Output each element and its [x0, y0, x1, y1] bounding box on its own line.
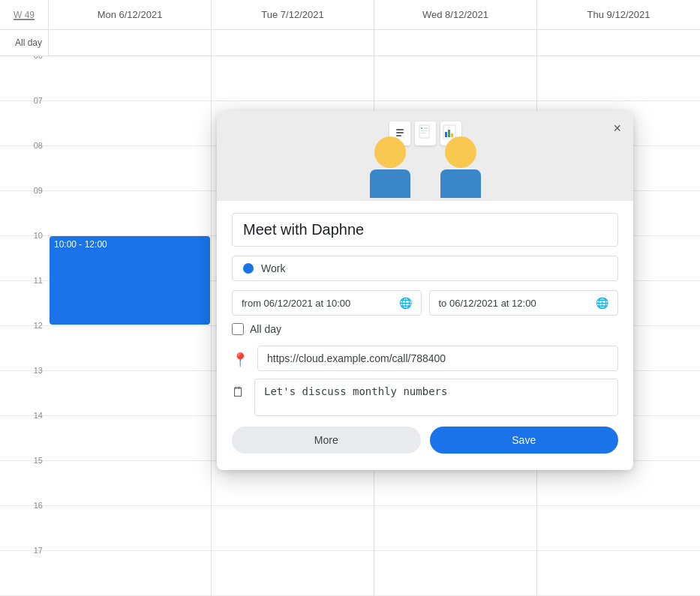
- allday-checkbox-row: All day: [232, 323, 618, 335]
- calendar-color-dot: [243, 263, 254, 274]
- svg-rect-10: [448, 130, 450, 137]
- location-icon: 📍: [232, 352, 248, 368]
- svg-rect-11: [451, 133, 453, 137]
- svg-rect-4: [421, 127, 422, 129]
- dialog-illustration: ×: [217, 111, 633, 201]
- time-slot-12: 12: [0, 326, 49, 371]
- calendar-selector[interactable]: Work: [232, 256, 618, 281]
- description-input[interactable]: Let's discuss monthly numbers: [254, 379, 618, 416]
- allday-cell-wed: [374, 30, 537, 55]
- time-slot-10: 10: [0, 236, 49, 281]
- description-row: 🗒 Let's discuss monthly numbers: [232, 379, 618, 416]
- person-2: [440, 136, 481, 198]
- timezone-icon-to: 🌐: [596, 297, 608, 309]
- allday-cell-thu: [537, 30, 700, 55]
- day-header-wed: Wed 8/12/2021: [374, 0, 537, 29]
- from-datetime-input[interactable]: from 06/12/2021 at 10:00 🌐: [232, 290, 422, 316]
- to-datetime-input[interactable]: to 06/12/2021 at 12:00 🌐: [429, 290, 619, 316]
- time-slot-14: 14: [0, 416, 49, 461]
- location-input[interactable]: [257, 346, 618, 371]
- calendar-event[interactable]: 10:00 - 12:00: [50, 236, 210, 325]
- event-dialog: × Work from 06/12/2021 at 10:00 🌐 to 06/…: [217, 111, 633, 470]
- person-1: [370, 136, 410, 198]
- event-title-input[interactable]: [232, 213, 618, 247]
- svg-rect-2: [396, 135, 401, 136]
- svg-rect-1: [396, 132, 404, 133]
- allday-label: All day: [250, 323, 281, 335]
- time-slot-17: 17: [0, 551, 49, 596]
- time-slot-06: 06: [0, 56, 49, 101]
- time-slot-16: 16: [0, 506, 49, 551]
- day-header-mon: Mon 6/12/2021: [49, 0, 212, 29]
- day-col-mon[interactable]: 10:00 - 12:00: [49, 56, 212, 596]
- timezone-icon-from: 🌐: [399, 297, 412, 309]
- time-slot-07: 07: [0, 101, 49, 146]
- allday-label: All day: [0, 30, 49, 55]
- svg-rect-7: [421, 133, 426, 133]
- time-slot-15: 15: [0, 461, 49, 506]
- week-label: W 49: [0, 0, 49, 29]
- svg-rect-9: [445, 132, 447, 137]
- allday-row: All day: [0, 30, 700, 56]
- time-slot-11: 11: [0, 281, 49, 326]
- close-button[interactable]: ×: [610, 118, 624, 138]
- datetime-row: from 06/12/2021 at 10:00 🌐 to 06/12/2021…: [232, 290, 618, 316]
- allday-cell-tue: [212, 30, 374, 55]
- allday-checkbox[interactable]: [232, 323, 244, 335]
- calendar-header: W 49 Mon 6/12/2021 Tue 7/12/2021 Wed 8/1…: [0, 0, 700, 30]
- svg-rect-0: [396, 129, 404, 130]
- save-button[interactable]: Save: [430, 427, 619, 454]
- allday-cell-mon: [49, 30, 212, 55]
- svg-rect-5: [424, 127, 428, 129]
- to-datetime-text: to 06/12/2021 at 12:00: [439, 298, 536, 309]
- time-column: 06 07 08 09 10 11 12 13 14 15 16 17: [0, 56, 49, 596]
- day-header-thu: Thu 9/12/2021: [537, 0, 700, 29]
- calendar-name: Work: [261, 262, 285, 274]
- time-slot-08: 08: [0, 146, 49, 191]
- description-icon: 🗒: [232, 385, 245, 400]
- time-slot-09: 09: [0, 191, 49, 236]
- dialog-body: Work from 06/12/2021 at 10:00 🌐 to 06/12…: [217, 201, 633, 470]
- day-header-tue: Tue 7/12/2021: [212, 0, 374, 29]
- time-slot-13: 13: [0, 371, 49, 416]
- from-datetime-text: from 06/12/2021 at 10:00: [242, 298, 350, 309]
- location-row: 📍: [232, 346, 618, 371]
- doc-icon: [415, 121, 436, 145]
- svg-rect-6: [421, 130, 428, 131]
- dialog-footer: More Save: [232, 427, 618, 457]
- more-button[interactable]: More: [232, 427, 421, 454]
